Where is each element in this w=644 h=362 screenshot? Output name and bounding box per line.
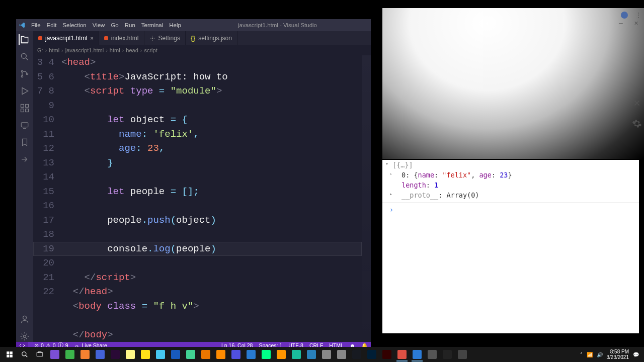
svg-rect-17 xyxy=(37,353,43,356)
svg-rect-14 xyxy=(7,355,9,357)
svg-rect-18 xyxy=(38,352,41,353)
explorer-icon[interactable] xyxy=(19,34,30,45)
debug-icon[interactable] xyxy=(19,85,30,97)
taskbar-app14-icon[interactable] xyxy=(425,347,440,361)
profile-avatar[interactable] xyxy=(621,12,628,19)
taskbar-folder-icon[interactable] xyxy=(138,347,153,361)
menu-help[interactable]: Help xyxy=(166,22,184,28)
taskbar-app2-icon[interactable] xyxy=(62,347,77,361)
taskbar-app8-icon[interactable] xyxy=(228,347,244,361)
svg-rect-4 xyxy=(21,105,24,108)
taskbar-app13-icon[interactable] xyxy=(334,347,349,361)
taskbar-premiere-icon[interactable] xyxy=(108,347,123,361)
title-bar: FileEditSelectionViewGoRunTerminalHelp j… xyxy=(16,19,371,31)
taskbar-app11-icon[interactable] xyxy=(304,347,319,361)
taskbar-cursor-icon[interactable] xyxy=(123,347,138,361)
taskbar-ai-icon[interactable] xyxy=(379,347,394,361)
remote-icon[interactable] xyxy=(19,120,30,131)
breadcrumb-item[interactable]: G: xyxy=(37,47,43,53)
menu-go[interactable]: Go xyxy=(108,22,121,28)
settings-icon[interactable] xyxy=(19,331,30,342)
tab-javascript1-html[interactable]: javascript1.html× xyxy=(33,31,99,45)
svg-rect-7 xyxy=(26,109,29,112)
taskbar-app10-icon[interactable] xyxy=(289,347,304,361)
breadcrumb-item[interactable]: html xyxy=(110,47,120,53)
taskbar-app3-icon[interactable] xyxy=(77,347,93,361)
menu-file[interactable]: File xyxy=(28,22,44,28)
minimize-button[interactable]: ─ xyxy=(614,19,628,27)
taskbar-firefox-icon[interactable] xyxy=(274,347,289,361)
taskbar-start-icon[interactable] xyxy=(2,347,17,361)
tab-index-html[interactable]: index.html xyxy=(99,31,144,45)
svg-rect-12 xyxy=(7,351,9,354)
taskbar-terminal-icon[interactable] xyxy=(440,347,455,361)
taskbar-ps-icon[interactable] xyxy=(364,347,379,361)
close-button[interactable]: ✕ xyxy=(629,19,643,27)
taskbar-steam-icon[interactable] xyxy=(349,347,364,361)
taskbar-word-icon[interactable] xyxy=(168,347,183,361)
breadcrumb-item[interactable]: javascript1.html xyxy=(65,47,104,53)
close-panel-icon[interactable] xyxy=(632,99,641,108)
code-editor[interactable]: 3 4 5 6 7 8 9 10 11 12 13 14 15 16 17 18… xyxy=(33,55,371,342)
tab-close-icon[interactable]: × xyxy=(90,35,93,41)
svg-point-2 xyxy=(21,75,23,77)
devtools-console[interactable]: ▾[{…}] ▹0: {name: "felix", age: 23}lengt… xyxy=(382,160,639,333)
menu-edit[interactable]: Edit xyxy=(44,22,60,28)
taskbar-app15-icon[interactable] xyxy=(455,347,470,361)
taskbar-vscode-icon[interactable] xyxy=(410,347,425,361)
editor-group: javascript1.html×index.htmlSettings{}set… xyxy=(33,31,371,342)
taskbar-app4-icon[interactable] xyxy=(93,347,108,361)
taskbar-blender-icon[interactable] xyxy=(198,347,213,361)
svg-point-9 xyxy=(23,316,27,319)
breadcrumb[interactable]: G:›html›javascript1.html›html›head›scrip… xyxy=(33,45,371,55)
source-control-icon[interactable] xyxy=(19,68,30,79)
taskbar-app7-icon[interactable] xyxy=(213,347,228,361)
kebab-menu-icon[interactable]: ⋮ xyxy=(635,11,642,19)
svg-rect-6 xyxy=(21,109,24,112)
menu-terminal[interactable]: Terminal xyxy=(138,22,166,28)
taskbar-app5-icon[interactable] xyxy=(153,347,168,361)
breadcrumb-item[interactable]: html xyxy=(49,47,59,53)
search-icon[interactable] xyxy=(19,51,30,62)
taskbar-app6-icon[interactable] xyxy=(183,347,198,361)
taskbar-app9-icon[interactable] xyxy=(244,347,259,361)
taskbar-search-icon[interactable] xyxy=(17,347,32,361)
tab-settings[interactable]: Settings xyxy=(144,31,186,45)
svg-point-3 xyxy=(26,73,28,74)
tray-volume-icon[interactable]: 🔊 xyxy=(597,352,603,357)
bookmark-icon[interactable] xyxy=(19,137,30,148)
menu-run[interactable]: Run xyxy=(122,22,138,28)
browser-overlay: ─ ✕ ⋮ xyxy=(382,8,644,159)
taskbar-edge-icon[interactable] xyxy=(259,347,274,361)
taskbar-app1-icon[interactable] xyxy=(47,347,62,361)
console-object-row[interactable]: ▸__proto__: Array(0) xyxy=(382,190,639,200)
menu-selection[interactable]: Selection xyxy=(59,22,89,28)
tab-settings-json[interactable]: {}settings.json xyxy=(186,31,237,45)
menu-view[interactable]: View xyxy=(90,22,108,28)
settings-gear-icon[interactable] xyxy=(632,119,642,129)
breadcrumb-item[interactable]: script xyxy=(144,47,157,53)
window-controls: ─ ✕ xyxy=(614,19,643,27)
vscode-logo-icon xyxy=(16,19,28,31)
console-object-row[interactable]: length: 1 xyxy=(382,180,639,190)
account-icon[interactable] xyxy=(19,314,30,325)
taskbar-app12-icon[interactable] xyxy=(319,347,334,361)
clock[interactable]: 8:58 PM3/23/2021 xyxy=(607,349,629,360)
tray-chevron-icon[interactable]: ˄ xyxy=(580,352,583,357)
liveshare-icon[interactable] xyxy=(19,154,30,165)
minimap[interactable] xyxy=(362,55,371,342)
line-gutter: 3 4 5 6 7 8 9 10 11 12 13 14 15 16 17 18… xyxy=(33,55,61,342)
taskbar-chrome-icon[interactable] xyxy=(394,347,410,361)
vscode-window: FileEditSelectionViewGoRunTerminalHelp j… xyxy=(16,19,371,328)
console-object-row[interactable]: ▹0: {name: "felix", age: 23} xyxy=(382,170,639,180)
svg-rect-13 xyxy=(10,351,13,354)
extensions-icon[interactable] xyxy=(19,103,30,114)
tray-network-icon[interactable]: 📶 xyxy=(587,352,593,357)
svg-rect-5 xyxy=(26,105,29,108)
code-content[interactable]: <head> <title>JavaScript: how to <script… xyxy=(61,55,371,342)
system-tray[interactable]: ˄ 📶 🔊 8:58 PM3/23/2021 💬 xyxy=(580,349,642,360)
breadcrumb-item[interactable]: head xyxy=(126,47,138,53)
taskbar-taskview-icon[interactable] xyxy=(32,347,47,361)
console-array-summary[interactable]: [{…}] xyxy=(392,161,413,169)
tray-notification-icon[interactable]: 💬 xyxy=(633,352,639,357)
